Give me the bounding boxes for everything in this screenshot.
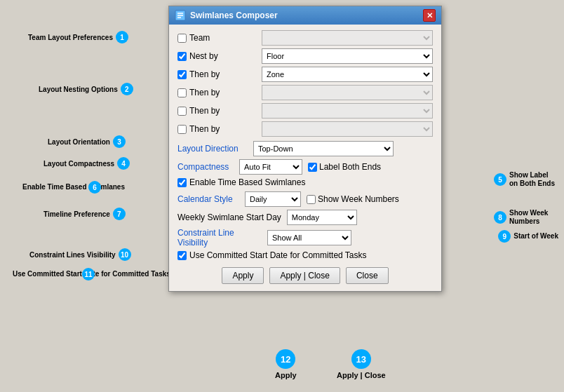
annotation-9: 9 Start of Week — [498, 230, 558, 243]
calendar-style-select[interactable]: Daily Weekly Monthly — [245, 191, 301, 207]
badge-1: 1 — [116, 31, 128, 43]
team-label-group: Team — [177, 33, 262, 43]
annotation-4: Layout Compactness 4 — [43, 157, 130, 170]
dialog-title-bar: Swimlanes Composer ✕ — [169, 6, 441, 25]
week-numbers-checkbox[interactable] — [307, 195, 316, 204]
badge-3: 3 — [113, 135, 126, 148]
badge-6: 6 — [88, 181, 101, 194]
then-by-4-row: Then by — [177, 121, 433, 137]
badge-2: 2 — [121, 83, 133, 95]
weekly-start-row: Weekly Swimlane Start Day Monday Sunday … — [177, 210, 433, 225]
nest-by-select[interactable]: Floor Zone — [262, 48, 433, 64]
constraint-select[interactable]: Show All Show None Show Critical — [267, 230, 351, 245]
constraint-label: Constraint Line Visibility — [177, 228, 262, 248]
then-by-4-control — [262, 121, 433, 137]
badge-11: 11 — [82, 268, 95, 281]
team-checkbox[interactable] — [177, 34, 187, 43]
compactness-label: Compactness — [177, 162, 234, 172]
close-dialog-button[interactable]: Close — [346, 267, 389, 284]
nest-by-label: Nest by — [189, 51, 218, 61]
apply-close-button[interactable]: Apply | Close — [269, 267, 340, 284]
then-by-3-label: Then by — [189, 106, 220, 116]
then-by-2-label-group: Then by — [177, 88, 262, 97]
then-by-2-label: Then by — [189, 88, 220, 97]
then-by-3-control — [262, 103, 433, 119]
calendar-style-row: Calendar Style Daily Weekly Monthly Show… — [177, 191, 433, 207]
annotation-10: Constraint Lines Visibility 10 — [29, 248, 131, 261]
apply-button[interactable]: Apply — [222, 267, 264, 284]
annotation-7: Timeline Preference 7 — [43, 208, 126, 220]
then-by-1-row: Then by Zone Floor — [177, 67, 433, 82]
label-both-ends-text: Label Both Ends — [319, 162, 381, 172]
then-by-3-row: Then by — [177, 103, 433, 119]
team-select[interactable] — [262, 30, 433, 46]
weekly-start-select[interactable]: Monday Sunday Saturday — [287, 210, 357, 225]
layout-direction-row: Layout Direction Top-Down Left-Right — [177, 141, 433, 156]
then-by-3-select[interactable] — [262, 103, 433, 119]
dialog-title: Swimlanes Composer — [190, 11, 278, 20]
label-both-ends-checkbox[interactable] — [308, 163, 317, 172]
compactness-row: Compactness Auto Fit Compact Normal Labe… — [177, 159, 433, 175]
nest-by-checkbox[interactable] — [177, 52, 187, 61]
then-by-1-select[interactable]: Zone Floor — [262, 67, 433, 82]
button-row: Apply Apply | Close Close — [177, 267, 433, 284]
layout-direction-label: Layout Direction — [177, 144, 248, 154]
then-by-4-label-group: Then by — [177, 124, 262, 134]
badge-7: 7 — [113, 208, 126, 220]
dialog-title-left: Swimlanes Composer — [175, 10, 278, 21]
annotation-13: 13 Apply | Close — [337, 349, 386, 379]
team-control — [262, 30, 433, 46]
badge-8: 8 — [494, 211, 506, 224]
enable-time-based-label: Enable Time Based Swimlanes — [189, 177, 305, 187]
swimlanes-composer-dialog: Swimlanes Composer ✕ Team Nest by — [168, 6, 442, 292]
then-by-4-checkbox[interactable] — [177, 125, 187, 134]
annotation-2: Layout Nesting Options 2 — [39, 83, 133, 95]
annotation-6: Enable Time Based Swimlanes 6 — [22, 181, 101, 194]
then-by-1-checkbox[interactable] — [177, 70, 187, 79]
then-by-1-control: Zone Floor — [262, 67, 433, 82]
then-by-2-select[interactable] — [262, 85, 433, 100]
badge-5: 5 — [494, 173, 506, 186]
nest-by-row: Nest by Floor Zone — [177, 48, 433, 64]
annotation-3: Layout Orientation 3 — [48, 135, 126, 148]
then-by-1-label: Then by — [189, 69, 220, 79]
dialog-icon — [175, 10, 186, 21]
committed-label: Use Committed Start Date for Committed T… — [189, 250, 367, 260]
enable-time-based-checkbox[interactable] — [177, 178, 187, 187]
nest-by-control: Floor Zone — [262, 48, 433, 64]
label-both-ends-group: Label Both Ends — [308, 162, 381, 172]
badge-10: 10 — [119, 248, 131, 261]
weekly-start-label: Weekly Swimlane Start Day — [177, 212, 281, 222]
calendar-style-label: Calendar Style — [177, 194, 239, 204]
team-label: Team — [189, 33, 210, 43]
annotation-12: 12 Apply — [275, 349, 297, 379]
then-by-3-checkbox[interactable] — [177, 107, 187, 116]
then-by-2-control — [262, 85, 433, 100]
week-numbers-group: Show Week Numbers — [307, 194, 399, 204]
annotation-11: Use Committed Start Date for Committed T… — [13, 268, 95, 281]
annotation-1: Team Layout Preferences 1 — [28, 31, 128, 43]
enable-time-based-row: Enable Time Based Swimlanes — [177, 177, 433, 187]
badge-4: 4 — [117, 157, 130, 170]
committed-checkbox[interactable] — [177, 251, 187, 260]
nest-by-label-group: Nest by — [177, 51, 262, 61]
annotation-5: 5 Show Label on Both Ends — [494, 171, 558, 188]
close-button[interactable]: ✕ — [423, 9, 436, 22]
then-by-2-checkbox[interactable] — [177, 88, 187, 97]
then-by-3-label-group: Then by — [177, 106, 262, 116]
layout-direction-select[interactable]: Top-Down Left-Right — [253, 141, 394, 156]
team-row: Team — [177, 30, 433, 46]
committed-row: Use Committed Start Date for Committed T… — [177, 250, 433, 260]
annotation-8: 8 Show Week Numbers — [494, 209, 558, 226]
badge-9: 9 — [498, 230, 511, 243]
week-numbers-label: Show Week Numbers — [318, 194, 399, 204]
then-by-4-select[interactable] — [262, 121, 433, 137]
constraint-row: Constraint Line Visibility Show All Show… — [177, 228, 433, 248]
then-by-2-row: Then by — [177, 85, 433, 100]
then-by-4-label: Then by — [189, 124, 220, 134]
dialog-body: Team Nest by Floor Zone — [169, 25, 441, 291]
then-by-1-label-group: Then by — [177, 69, 262, 79]
compactness-select[interactable]: Auto Fit Compact Normal — [239, 159, 302, 175]
